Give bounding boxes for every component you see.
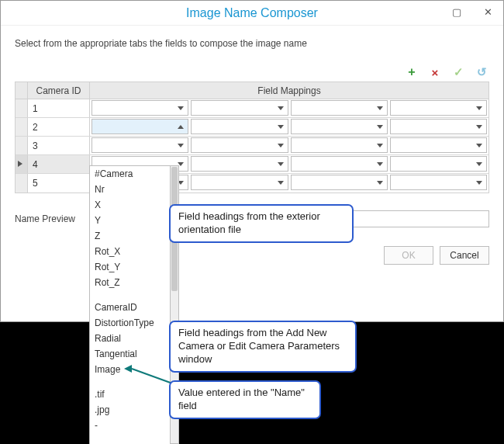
mapping-combo[interactable]	[91, 137, 188, 153]
dropdown-item[interactable]: Radial	[90, 331, 170, 346]
mapping-combo[interactable]	[291, 175, 388, 190]
undo-icon[interactable]: ↺	[475, 66, 488, 78]
image-name-composer-window: Image Name Composer ▢ ✕ Select from the …	[0, 0, 504, 322]
dropdown-item[interactable]: Y	[90, 213, 170, 228]
dropdown-item[interactable]: Z	[90, 228, 170, 244]
annotation-callout: Field headings from the Add New Camera o…	[169, 321, 357, 373]
maximize-button[interactable]: ▢	[441, 1, 472, 23]
window-title: Image Name Composer	[186, 6, 318, 20]
close-button[interactable]: ✕	[472, 1, 503, 23]
camera-id-cell: 4	[28, 155, 90, 173]
field-mappings-header: Field Mappings	[90, 82, 488, 99]
mapping-combo[interactable]	[191, 137, 288, 153]
table-row: 3	[16, 137, 488, 155]
dropdown-item[interactable]: CameraID	[90, 300, 170, 315]
mapping-combo[interactable]	[291, 156, 388, 172]
mapping-combo[interactable]	[91, 100, 188, 116]
mapping-combo[interactable]	[390, 100, 487, 116]
annotation-callout: Value entered in the "Name" field	[169, 380, 321, 419]
cancel-button[interactable]: Cancel	[440, 246, 489, 265]
mapping-combo[interactable]	[291, 137, 388, 153]
name-preview-label: Name Preview	[15, 213, 85, 224]
apply-icon[interactable]: ✓	[452, 66, 464, 78]
instruction-text: Select from the appropriate tabs the fie…	[15, 38, 489, 49]
row-selector[interactable]	[16, 137, 28, 154]
mapping-combo[interactable]	[390, 156, 487, 172]
dropdown-item[interactable]: X	[90, 197, 170, 213]
annotation-callout: Field headings from the exterior orienta…	[169, 204, 354, 243]
mapping-combo[interactable]	[390, 119, 487, 134]
dropdown-item[interactable]: Nr	[90, 182, 170, 197]
camera-id-cell: 1	[28, 99, 90, 117]
mapping-combo[interactable]	[291, 119, 388, 134]
table-row: 4	[16, 155, 488, 174]
dropdown-item[interactable]: DistortionType	[90, 315, 170, 331]
grid-corner	[16, 82, 28, 99]
add-icon[interactable]: +	[406, 66, 418, 78]
row-selector-current[interactable]	[16, 155, 28, 173]
toolbar: + × ✓ ↺	[15, 66, 489, 78]
dropdown-item[interactable]: _	[90, 433, 170, 444]
camera-id-header: Camera ID	[28, 82, 90, 99]
mapping-combo[interactable]	[390, 175, 487, 190]
mapping-dropdown-list[interactable]: #Camera Nr X Y Z Rot_X Rot_Y Rot_Z Camer…	[89, 165, 170, 444]
titlebar: Image Name Composer ▢ ✕	[1, 1, 503, 26]
table-row: 5	[16, 174, 488, 193]
row-selector[interactable]	[16, 99, 28, 117]
mapping-combo[interactable]	[191, 119, 288, 134]
camera-id-cell: 5	[28, 174, 90, 193]
row-selector[interactable]	[16, 118, 28, 136]
mapping-combo[interactable]	[191, 175, 288, 190]
mapping-combo[interactable]	[191, 100, 288, 116]
arrow-icon	[124, 365, 132, 373]
mappings-grid: Camera ID Field Mappings 1 2	[15, 82, 489, 193]
dropdown-item[interactable]: .jpg	[90, 402, 170, 418]
table-row: 1	[16, 99, 488, 118]
camera-id-cell: 2	[28, 118, 90, 136]
window-controls: ▢ ✕	[441, 1, 503, 23]
dropdown-item[interactable]: Rot_X	[90, 244, 170, 259]
row-selector[interactable]	[16, 174, 28, 193]
grid-header: Camera ID Field Mappings	[16, 82, 488, 99]
mapping-combo[interactable]	[291, 100, 388, 116]
mapping-combo-open[interactable]	[91, 119, 188, 134]
dropdown-item[interactable]: -	[90, 418, 170, 433]
dialog-buttons: OK Cancel	[15, 246, 489, 265]
dropdown-item[interactable]: .tif	[90, 387, 170, 402]
camera-id-cell: 3	[28, 137, 90, 154]
dropdown-item[interactable]: Tangential	[90, 346, 170, 362]
mapping-combo[interactable]	[191, 156, 288, 172]
dropdown-item[interactable]: Rot_Y	[90, 259, 170, 275]
mapping-combo[interactable]	[390, 137, 487, 153]
dropdown-item[interactable]: Rot_Z	[90, 275, 170, 290]
ok-button[interactable]: OK	[384, 246, 433, 265]
table-row: 2	[16, 118, 488, 137]
dropdown-item[interactable]: #Camera	[90, 166, 170, 182]
delete-icon[interactable]: ×	[429, 66, 441, 78]
